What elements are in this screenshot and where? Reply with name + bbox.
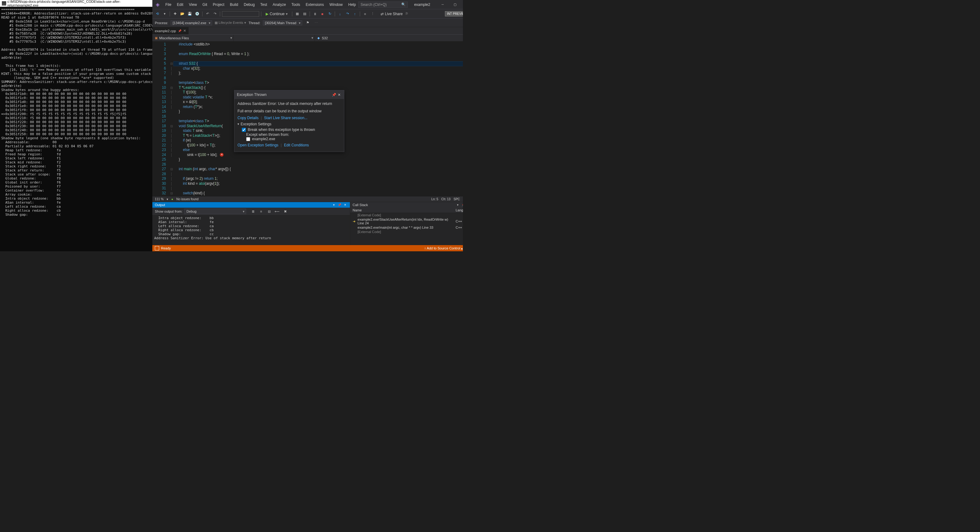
nav-back-button[interactable]: ⟲ (154, 11, 161, 17)
open-settings-link[interactable]: Open Exception Settings (237, 143, 278, 147)
stack-frame-button[interactable]: ⋯ (313, 20, 320, 26)
close-icon[interactable]: ✕ (337, 92, 342, 97)
menu-window[interactable]: Window (327, 1, 345, 8)
output-header[interactable]: Output ▾ 📌 ✕ (152, 202, 350, 208)
live-share-icon: ⇄ (380, 12, 383, 16)
vs-logo-icon: ◈ (154, 1, 161, 8)
menu-edit[interactable]: Edit (174, 1, 186, 8)
break-all-button[interactable]: ⏸ (312, 11, 318, 17)
maximize-button[interactable]: ▢ (449, 0, 461, 9)
menu-help[interactable]: Help (346, 1, 358, 8)
restart-button[interactable]: ↻ (327, 11, 333, 17)
tab-dropdown[interactable]: ▾ (461, 28, 463, 34)
console-output[interactable]: ========================================… (0, 7, 152, 251)
callstack-row[interactable]: example2.exe!main(int argc, char * * arg… (350, 225, 463, 230)
pin-icon[interactable]: 📌 (461, 203, 463, 207)
pin-icon[interactable]: 📌 (178, 29, 181, 32)
source-control-button[interactable]: ↑ Add to Source Control ▴ (424, 246, 463, 250)
pin-icon[interactable]: 📌 (332, 92, 337, 97)
menu-git[interactable]: Git (200, 1, 210, 8)
callstack-body[interactable]: [External Code]➜example2.exe!StackUseAft… (350, 213, 463, 245)
module-checkbox-row[interactable]: example2.exe (237, 137, 341, 141)
feedback-button[interactable]: ⚐ (404, 11, 410, 17)
config-combo[interactable] (222, 11, 259, 17)
out-tb-1[interactable]: ≣ (250, 208, 256, 214)
zoom-level[interactable]: 111 % (155, 197, 164, 201)
window-pos-icon[interactable]: ▾ (332, 203, 336, 207)
live-share-button[interactable]: ⇄ Live Share (380, 12, 402, 16)
step-over-button[interactable]: ↷ (344, 11, 350, 17)
outline-gutter[interactable]: ⊟││⊟││││⊟││││││⊟││││⊟ (170, 41, 173, 196)
save-all-button[interactable]: 💿 (194, 11, 200, 17)
continue-button[interactable]: ▶ Continue ▾ (263, 11, 290, 17)
out-tb-4[interactable]: ⟵ (274, 208, 280, 214)
live-share-link[interactable]: Start Live Share session... (264, 116, 307, 120)
exception-titlebar[interactable]: Exception Thrown 📌 ✕ (234, 91, 344, 99)
tb-icon-3[interactable]: ≡ (362, 11, 368, 17)
menu-analyze[interactable]: Analyze (270, 1, 289, 8)
issues-text[interactable]: No issues found (176, 197, 199, 201)
close-button[interactable]: ✕ (461, 0, 463, 9)
thread-combo[interactable]: [30264] Main Thread (263, 21, 302, 25)
window-pos-icon[interactable]: ▾ (455, 203, 460, 207)
line-indicator[interactable]: Ln: 5 (431, 197, 438, 201)
tb-icon-2[interactable]: ▤ (302, 11, 308, 17)
menu-test[interactable]: Test (258, 1, 270, 8)
copy-details-link[interactable]: Copy Details (237, 116, 259, 120)
pin-icon[interactable]: 📌 (337, 203, 342, 207)
console-titlebar[interactable]: c:\MSDN\cpp-docs-pr\docs\c-language\ASAN… (0, 0, 152, 7)
edit-conditions-link[interactable]: Edit Conditions (284, 143, 309, 147)
lang-column[interactable]: Lang (455, 208, 463, 212)
tab-close-icon[interactable]: ✕ (183, 29, 186, 33)
flag-button[interactable]: ⚑ (305, 20, 311, 26)
nav-member-combo[interactable]: ◆ S32 (315, 35, 463, 41)
undo-button[interactable]: ↶ (204, 11, 210, 17)
menu-build[interactable]: Build (228, 1, 241, 8)
callstack-header[interactable]: Call Stack ▾ 📌 ✕ (350, 202, 463, 208)
menu-view[interactable]: View (186, 1, 199, 8)
callstack-row[interactable]: ➜example2.exe!StackUseAfterReturn(int Id… (350, 217, 463, 225)
exception-settings-header[interactable]: Exception Settings (237, 122, 341, 126)
tb-icon-4[interactable]: ⋮ (369, 11, 375, 17)
output-source-combo[interactable]: Debug (184, 209, 246, 214)
name-column[interactable]: Name (353, 208, 456, 212)
menu-project[interactable]: Project (210, 1, 227, 8)
close-icon[interactable]: ✕ (343, 203, 347, 207)
out-tb-2[interactable]: ≡ (258, 208, 264, 214)
status-icon[interactable] (155, 246, 159, 250)
menu-file[interactable]: File (163, 1, 174, 8)
tb-icon-1[interactable]: ▦ (294, 11, 300, 17)
menu-debug[interactable]: Debug (241, 1, 257, 8)
col-indicator[interactable]: Ch: 13 (441, 197, 450, 201)
process-combo[interactable]: [13464] example2.exe (170, 21, 212, 25)
menu-tools[interactable]: Tools (289, 1, 302, 8)
step-into-button[interactable]: ↓ (337, 11, 343, 17)
callstack-row[interactable]: [External Code] (350, 213, 463, 217)
menu-extensions[interactable]: Extensions (303, 1, 326, 8)
indent-indicator[interactable]: SPC (453, 197, 460, 201)
code-editor[interactable]: 1234567891011121314151617181920212223242… (152, 41, 463, 196)
stop-button[interactable]: ■ (319, 11, 325, 17)
nav-project-combo[interactable]: ▣ Miscellaneous Files (152, 35, 234, 41)
step-out-button[interactable]: ↑ (352, 11, 358, 17)
zoom-dropdown-icon[interactable]: ▾ (167, 197, 168, 201)
nav-scope-combo[interactable] (234, 35, 315, 41)
document-tab[interactable]: example2.cpp 📌 ✕ (152, 27, 189, 34)
module-checkbox[interactable] (246, 137, 250, 141)
redo-button[interactable]: ↷ (212, 11, 218, 17)
out-tb-3[interactable]: ⊟ (266, 208, 272, 214)
window-controls: ─ ▢ ✕ (436, 0, 463, 9)
break-checkbox-row[interactable]: Break when this exception type is thrown (237, 127, 341, 132)
output-text[interactable]: Intra object redzone: bb ASan internal: … (152, 215, 350, 245)
minimize-button[interactable]: ─ (436, 0, 449, 9)
break-checkbox[interactable] (242, 128, 246, 132)
open-button[interactable]: 📂 (179, 11, 186, 17)
new-button[interactable]: ✚ (172, 11, 178, 17)
lifecycle-events[interactable]: ▦ Lifecycle Events ▾ (215, 21, 246, 25)
out-tb-5[interactable]: ✖ (282, 208, 288, 214)
nav-fwd-button[interactable]: ▾ (162, 11, 168, 17)
save-button[interactable]: 💾 (187, 11, 193, 17)
callstack-row[interactable]: [External Code] (350, 230, 463, 234)
search-box[interactable]: Search (Ctrl+Q) 🔍 (358, 2, 408, 8)
debug-toolbar: Process: [13464] example2.exe ▦ Lifecycl… (152, 19, 463, 27)
